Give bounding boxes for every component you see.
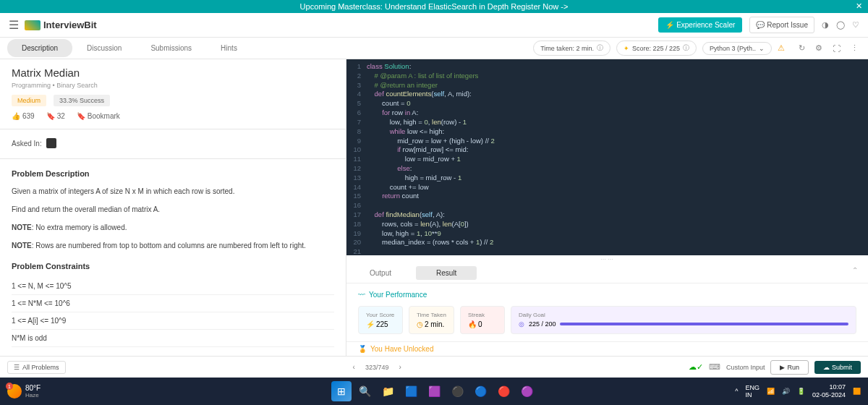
desc-heading: Problem Description — [12, 169, 334, 178]
bottom-bar: ☰ All Problems ‹ 323/749 › ☁✓ ⌨ Custom I… — [0, 356, 868, 378]
desc-line: Given a matrix of integers A of size N x… — [12, 185, 334, 197]
logo-text: InterviewBit — [43, 20, 97, 30]
main: Matrix Median Programming • Binary Searc… — [0, 59, 868, 356]
breadcrumb[interactable]: Programming • Binary Search — [12, 82, 334, 89]
logo[interactable]: InterviewBit — [25, 20, 97, 30]
info-icon[interactable]: ⓘ — [683, 43, 689, 53]
card-label: Time Taken — [417, 312, 446, 318]
hamburger-icon[interactable]: ☰ — [9, 18, 19, 32]
resize-handle[interactable]: ⋯⋯ — [346, 255, 868, 263]
app-icon[interactable]: ⚫ — [447, 381, 467, 401]
performance-section: 〰Your Performance Your Score⚡225 Time Ta… — [346, 283, 868, 341]
windows-taskbar[interactable]: 1 80°FHaze ⊞ 🔍 📁 🟦 🟪 ⚫ 🔵 🔴 🟣 ^ ENGIN 📶 🔊… — [0, 378, 868, 405]
app-icon[interactable]: 🟣 — [516, 381, 537, 401]
bm-label: Bookmark — [88, 112, 120, 120]
clock[interactable]: 10:0702-05-2024 — [812, 383, 846, 399]
battery-icon[interactable]: 🔋 — [797, 388, 805, 395]
notification-icon[interactable]: ♡ — [852, 20, 859, 30]
bm-count: 32 — [57, 112, 65, 120]
bolt-icon: ⚡ — [366, 320, 375, 328]
company-icon[interactable] — [46, 138, 56, 148]
tab-hints[interactable]: Hints — [206, 39, 252, 57]
topbar: ☰ InterviewBit ⚡ Experience Scaler 💬 Rep… — [0, 13, 868, 38]
check-icon[interactable]: ☁✓ — [689, 362, 703, 372]
card-value: 0 — [478, 320, 482, 328]
app-icon[interactable]: 🟦 — [401, 381, 421, 401]
more-icon[interactable]: ⋮ — [851, 43, 859, 53]
fire-icon: 🔥 — [468, 320, 477, 328]
bookmark-count[interactable]: 🔖 32 — [46, 112, 65, 120]
lang-text: Python 3 (Pyth.. — [710, 45, 756, 52]
fullscreen-icon[interactable]: ⛶ — [833, 44, 841, 53]
info-icon[interactable]: ⓘ — [597, 43, 603, 53]
like-button[interactable]: 👍 639 — [12, 112, 35, 120]
constraints-heading: Problem Constraints — [12, 262, 334, 270]
settings-icon[interactable]: ⚙ — [815, 43, 822, 53]
chevron-down-icon: ⌄ — [759, 45, 765, 52]
search-icon[interactable]: 🔍 — [354, 381, 375, 401]
submit-button[interactable]: ☁ Submit — [814, 361, 861, 374]
next-button[interactable]: › — [395, 362, 406, 372]
time-card: Time Taken◷2 min. — [409, 306, 454, 334]
run-label: Run — [787, 364, 799, 371]
language-dropdown[interactable]: Python 3 (Pyth.. ⌄ — [702, 42, 772, 55]
theme-icon[interactable]: ◑ — [822, 20, 829, 30]
app-icon[interactable]: 🔵 — [470, 381, 490, 401]
app-icon[interactable]: 🟪 — [424, 381, 444, 401]
profile-icon[interactable]: ◯ — [836, 20, 845, 30]
card-label: Streak — [468, 312, 497, 318]
pulse-icon: 〰 — [358, 291, 365, 299]
volume-icon[interactable]: 🔊 — [782, 388, 790, 395]
weather-widget[interactable]: 1 80°FHaze — [7, 384, 41, 398]
experience-scaler-button[interactable]: ⚡ Experience Scaler — [658, 17, 742, 33]
run-button[interactable]: ▶ Run — [770, 360, 809, 375]
score-text: Score: 225 / 225 — [632, 45, 680, 52]
output-tabs: Output Result ⌃ — [346, 263, 868, 283]
tabs-row: Description Discussion Submissions Hints… — [0, 38, 868, 59]
streak-card: Streak🔥0 — [460, 306, 505, 334]
weather-icon: 1 — [7, 384, 22, 398]
condition: Haze — [25, 392, 41, 398]
chrome-icon[interactable]: 🔴 — [493, 381, 514, 401]
desc-note: NOTE: Rows are numbered from top to bott… — [12, 239, 334, 252]
asked-label: Asked In: — [12, 140, 42, 148]
temp: 80°F — [25, 384, 41, 392]
close-icon[interactable]: ✕ — [856, 1, 862, 11]
report-issue-button[interactable]: 💬 Report Issue — [749, 17, 814, 33]
wifi-icon[interactable]: 📶 — [767, 388, 775, 395]
all-problems-button[interactable]: ☰ All Problems — [7, 361, 66, 374]
asked-in: Asked In: — [12, 138, 334, 148]
prev-button[interactable]: ‹ — [349, 362, 359, 372]
time-taken-pill: Time taken: 2 min.ⓘ — [533, 40, 610, 56]
code-editor[interactable]: 1class Solution:2 # @param A : list of l… — [346, 59, 868, 255]
desc-note: NOTE: No extra memory is allowed. — [12, 221, 334, 234]
tab-output[interactable]: Output — [349, 266, 412, 280]
tab-result[interactable]: Result — [416, 266, 477, 280]
collapse-icon[interactable]: ⌃ — [852, 266, 865, 280]
start-icon[interactable]: ⊞ — [331, 381, 352, 401]
card-value: 225 — [376, 320, 388, 328]
progress-bar — [560, 323, 848, 325]
problem-title: Matrix Median — [12, 67, 334, 79]
promo-banner[interactable]: Upcoming Masterclass: Understand Elastic… — [0, 0, 868, 13]
submit-label: Submit — [832, 364, 852, 371]
code-panel: 1class Solution:2 # @param A : list of l… — [346, 59, 868, 356]
shortcuts-icon[interactable]: ⌨ — [709, 362, 720, 372]
tab-submissions[interactable]: Submissions — [136, 39, 206, 57]
language-indicator[interactable]: ENGIN — [745, 384, 760, 398]
like-count: 639 — [22, 112, 35, 120]
score-card: Your Score⚡225 — [358, 306, 403, 334]
reset-icon[interactable]: ↻ — [799, 43, 805, 53]
constraint: 1 <= N, M <= 10^5 — [12, 278, 334, 295]
logo-icon — [25, 20, 41, 30]
tab-description[interactable]: Description — [7, 39, 72, 57]
trophy-icon: 🏅 — [358, 345, 367, 353]
custom-input-button[interactable]: Custom Input — [726, 364, 765, 371]
score-pill: ✦Score: 225 / 225ⓘ — [616, 40, 697, 56]
bookmark-button[interactable]: 🔖 Bookmark — [77, 112, 120, 120]
explorer-icon[interactable]: 📁 — [378, 381, 398, 401]
warning-icon[interactable]: ⚠ — [778, 43, 785, 53]
tray-chevron-icon[interactable]: ^ — [735, 388, 738, 395]
copilot-icon[interactable]: 🟧 — [853, 388, 861, 395]
tab-discussion[interactable]: Discussion — [72, 39, 136, 57]
